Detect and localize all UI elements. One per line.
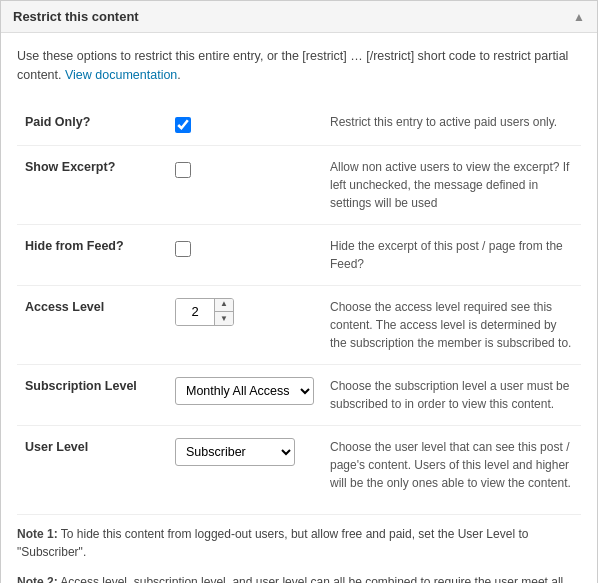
note-1-text: Note 1: To hide this content from logged… [17,525,581,561]
documentation-link[interactable]: View documentation [65,68,177,82]
form-table: Paid Only? Restrict this entry to active… [17,101,581,504]
show-excerpt-control [167,145,322,224]
spinner-arrows: ▲ ▼ [214,298,233,326]
description-text: Use these options to restrict this entir… [17,47,581,85]
hide-from-feed-row: Hide from Feed? Hide the excerpt of this… [17,224,581,285]
spinner-up-button[interactable]: ▲ [215,298,233,312]
paid-only-checkbox[interactable] [175,117,191,133]
subscription-level-control: Monthly All Access Monthly Access Annual… [167,364,322,425]
hide-from-feed-control [167,224,322,285]
access-level-label: Access Level [17,285,167,364]
show-excerpt-description: Allow non active users to view the excer… [322,145,581,224]
note-2-text: Note 2: Access level, subscription level… [17,573,581,584]
user-level-description: Choose the user level that can see this … [322,425,581,504]
show-excerpt-row: Show Excerpt? Allow non active users to … [17,145,581,224]
access-level-description: Choose the access level required see thi… [322,285,581,364]
user-level-row: User Level Subscriber Contributor Author… [17,425,581,504]
user-level-label: User Level [17,425,167,504]
panel-title: Restrict this content [13,9,139,24]
user-level-control: Subscriber Contributor Author Editor Adm… [167,425,322,504]
subscription-level-description: Choose the subscription level a user mus… [322,364,581,425]
access-level-spinner: ▲ ▼ [175,298,234,326]
hide-from-feed-checkbox[interactable] [175,241,191,257]
subscription-level-row: Subscription Level Monthly All Access Mo… [17,364,581,425]
show-excerpt-checkbox-wrapper [175,158,314,178]
hide-from-feed-checkbox-wrapper [175,237,314,257]
paid-only-control [167,101,322,146]
paid-only-description: Restrict this entry to active paid users… [322,101,581,146]
access-level-input[interactable] [176,299,214,325]
show-excerpt-checkbox[interactable] [175,162,191,178]
note-1-label: Note 1: [17,527,58,541]
notes-section: Note 1: To hide this content from logged… [17,514,581,584]
hide-from-feed-label: Hide from Feed? [17,224,167,285]
subscription-level-select[interactable]: Monthly All Access Monthly Access Annual… [175,377,314,405]
paid-only-row: Paid Only? Restrict this entry to active… [17,101,581,146]
collapse-icon[interactable]: ▲ [573,10,585,24]
subscription-level-label: Subscription Level [17,364,167,425]
panel-header: Restrict this content ▲ [1,1,597,33]
restrict-content-panel: Restrict this content ▲ Use these option… [0,0,598,583]
show-excerpt-label: Show Excerpt? [17,145,167,224]
spinner-down-button[interactable]: ▼ [215,312,233,326]
note-2-label: Note 2: [17,575,58,584]
paid-only-checkbox-wrapper [175,113,314,133]
access-level-row: Access Level ▲ ▼ Choose the access level… [17,285,581,364]
paid-only-label: Paid Only? [17,101,167,146]
user-level-select[interactable]: Subscriber Contributor Author Editor Adm… [175,438,295,466]
panel-body: Use these options to restrict this entir… [1,33,597,583]
hide-from-feed-description: Hide the excerpt of this post / page fro… [322,224,581,285]
access-level-control: ▲ ▼ [167,285,322,364]
